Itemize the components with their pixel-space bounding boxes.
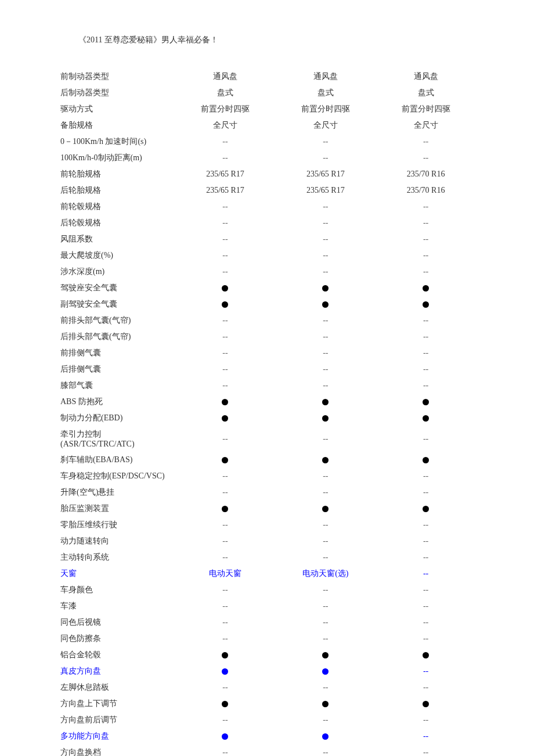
filled-dot-icon xyxy=(423,415,429,422)
spec-label: 方向盘换档 xyxy=(58,744,175,756)
spec-label: 铝合金轮毂 xyxy=(58,647,175,663)
filled-dot-icon xyxy=(222,652,228,658)
dash-icon: -- xyxy=(423,251,428,260)
dash-icon: -- xyxy=(323,553,328,561)
dash-icon: -- xyxy=(323,348,328,357)
spec-value xyxy=(376,647,476,663)
spec-value: -- xyxy=(376,614,476,631)
table-row: 后排头部气囊(气帘)------ xyxy=(58,329,476,345)
spec-value: -- xyxy=(275,312,376,329)
table-row: 前轮毂规格------ xyxy=(58,199,476,215)
dash-icon: -- xyxy=(323,537,328,545)
spec-value: -- xyxy=(175,134,276,150)
table-row: 100Km/h-0制动距离(m)------ xyxy=(58,150,476,166)
table-row: 方向盘换档------ xyxy=(58,744,476,756)
spec-value: -- xyxy=(275,329,376,345)
spec-value: 235/70 R16 xyxy=(376,182,476,199)
spec-value: -- xyxy=(275,484,376,501)
table-row: 车身稳定控制(ESP/DSC/VSC)------ xyxy=(58,468,476,484)
spec-label: 驱动方式 xyxy=(58,101,175,117)
spec-value: -- xyxy=(275,215,376,231)
spec-value xyxy=(376,501,476,517)
table-row: 前轮胎规格235/65 R17235/65 R17235/70 R16 xyxy=(58,166,476,182)
dash-icon: -- xyxy=(222,618,228,627)
spec-table: 前制动器类型通风盘通风盘通风盘后制动器类型盘式盘式盘式驱动方式前置分时四驱前置分… xyxy=(58,69,476,756)
spec-value: -- xyxy=(175,598,276,614)
filled-dot-icon xyxy=(423,285,429,291)
dash-icon: -- xyxy=(222,585,228,594)
spec-value: 前置分时四驱 xyxy=(175,101,276,117)
spec-value: -- xyxy=(376,215,476,231)
spec-value xyxy=(175,663,276,679)
spec-value: 全尺寸 xyxy=(376,117,476,134)
spec-label: 左脚休息踏板 xyxy=(58,679,175,696)
filled-dot-icon xyxy=(222,668,228,675)
dash-icon: -- xyxy=(323,316,328,325)
table-row: 同色防擦条------ xyxy=(58,631,476,647)
table-row: 升降(空气)悬挂------ xyxy=(58,484,476,501)
page-header: 《2011 至尊恋爱秘籍》男人幸福必备！ xyxy=(58,35,476,45)
spec-value: -- xyxy=(275,744,376,756)
dash-icon: -- xyxy=(323,602,328,610)
spec-value: -- xyxy=(275,361,376,377)
spec-label: 前制动器类型 xyxy=(58,69,175,85)
spec-value: -- xyxy=(376,728,476,744)
dash-icon: -- xyxy=(323,267,328,276)
table-row: 膝部气囊------ xyxy=(58,377,476,394)
filled-dot-icon xyxy=(222,701,228,707)
table-row: 前制动器类型通风盘通风盘通风盘 xyxy=(58,69,476,85)
spec-label: 后轮毂规格 xyxy=(58,215,175,231)
spec-value: -- xyxy=(175,231,276,247)
spec-value: -- xyxy=(175,744,276,756)
spec-label: 备胎规格 xyxy=(58,117,175,134)
table-row: 多功能方向盘-- xyxy=(58,728,476,744)
spec-value xyxy=(175,280,276,296)
dash-icon: -- xyxy=(423,634,428,643)
spec-label: 刹车辅助(EBA/BAS) xyxy=(58,452,175,468)
spec-value: -- xyxy=(175,712,276,728)
spec-value xyxy=(175,296,276,312)
filled-dot-icon xyxy=(222,457,228,463)
spec-value: -- xyxy=(175,549,276,566)
spec-value: -- xyxy=(175,345,276,361)
spec-value: -- xyxy=(175,484,276,501)
spec-label: 后制动器类型 xyxy=(58,85,175,101)
spec-value xyxy=(376,696,476,712)
filled-dot-icon xyxy=(322,506,329,512)
spec-value: -- xyxy=(376,345,476,361)
table-row: 前排侧气囊------ xyxy=(58,345,476,361)
spec-value: 全尺寸 xyxy=(275,117,376,134)
spec-label: 制动力分配(EBD) xyxy=(58,410,175,426)
dash-icon: -- xyxy=(323,683,328,692)
spec-label: ABS 防抱死 xyxy=(58,394,175,410)
spec-value: -- xyxy=(175,199,276,215)
dash-icon: -- xyxy=(222,488,228,496)
spec-value xyxy=(275,728,376,744)
dash-icon: -- xyxy=(323,471,328,480)
dash-icon: -- xyxy=(423,267,428,276)
spec-value: -- xyxy=(175,517,276,533)
spec-value xyxy=(175,394,276,410)
spec-value: 盘式 xyxy=(175,85,276,101)
spec-value: -- xyxy=(275,377,376,394)
dash-icon: -- xyxy=(222,471,228,480)
spec-value: 235/65 R17 xyxy=(175,182,276,199)
spec-label: 副驾驶安全气囊 xyxy=(58,296,175,312)
spec-label: 驾驶座安全气囊 xyxy=(58,280,175,296)
spec-label: 天窗 xyxy=(58,566,175,582)
spec-label: 100Km/h-0制动距离(m) xyxy=(58,150,175,166)
dash-icon: -- xyxy=(423,553,428,561)
spec-value: -- xyxy=(376,426,476,452)
table-row: 零胎压维续行驶------ xyxy=(58,517,476,533)
dash-icon: -- xyxy=(323,153,328,162)
filled-dot-icon xyxy=(222,301,228,308)
spec-value: 通风盘 xyxy=(275,69,376,85)
spec-value: 前置分时四驱 xyxy=(376,101,476,117)
table-row: 主动转向系统------ xyxy=(58,549,476,566)
spec-label: 零胎压维续行驶 xyxy=(58,517,175,533)
table-row: 0－100Km/h 加速时间(s)------ xyxy=(58,134,476,150)
spec-value: -- xyxy=(376,312,476,329)
filled-dot-icon xyxy=(423,457,429,463)
spec-label: 最大爬坡度(%) xyxy=(58,247,175,264)
spec-value: 全尺寸 xyxy=(175,117,276,134)
